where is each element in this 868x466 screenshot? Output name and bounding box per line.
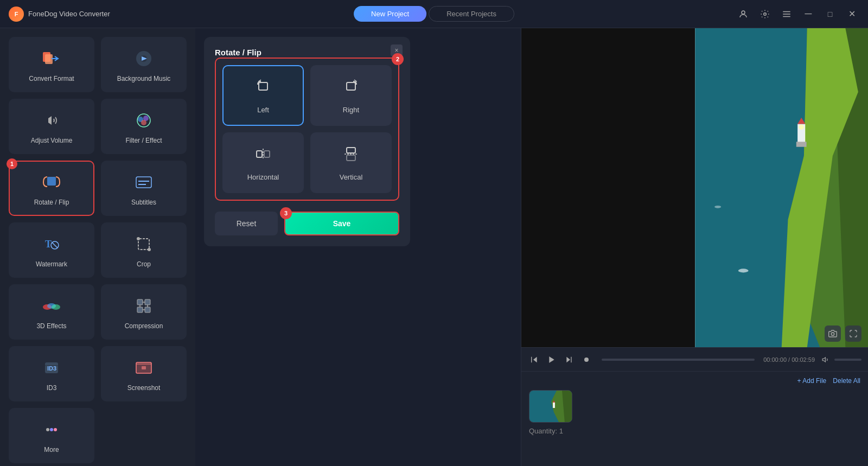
sidebar-item-rotate-flip[interactable]: 1 Rotate / Flip bbox=[9, 161, 94, 216]
rotate-grid-badge: 2 bbox=[392, 53, 404, 65]
filter-effect-label: Filter / Effect bbox=[125, 137, 162, 144]
delete-all-button[interactable]: Delete All bbox=[833, 377, 860, 385]
minimize-button[interactable]: ─ bbox=[801, 7, 816, 22]
rotate-option-horizontal[interactable]: Horizontal bbox=[222, 132, 304, 193]
svg-text:T: T bbox=[45, 239, 52, 250]
svg-rect-42 bbox=[257, 151, 262, 157]
sidebar-item-convert-format[interactable]: Convert Format bbox=[9, 37, 94, 92]
sidebar-item-subtitles[interactable]: Subtitles bbox=[101, 161, 187, 216]
filter-effect-icon bbox=[132, 108, 156, 132]
compression-icon bbox=[132, 294, 156, 318]
background-music-label: Background Music bbox=[117, 75, 171, 82]
add-file-button[interactable]: + Add File bbox=[797, 377, 827, 385]
convert-format-label: Convert Format bbox=[29, 75, 74, 82]
time-display: 00:00:00 / 00:02:59 bbox=[763, 356, 815, 363]
svg-point-1 bbox=[764, 12, 767, 15]
svg-rect-14 bbox=[136, 177, 151, 188]
svg-point-39 bbox=[54, 428, 57, 431]
skip-forward-button[interactable] bbox=[563, 353, 576, 366]
svg-rect-45 bbox=[347, 148, 355, 153]
sidebar-item-id3[interactable]: ID3 ID3 bbox=[9, 346, 94, 401]
svg-point-61 bbox=[584, 358, 589, 362]
convert-format-icon bbox=[40, 47, 63, 71]
horizontal-flip-label: Horizontal bbox=[247, 173, 279, 181]
vertical-flip-label: Vertical bbox=[340, 173, 363, 181]
volume-icon[interactable] bbox=[819, 353, 832, 366]
watermark-icon: T bbox=[40, 232, 63, 256]
screenshot-icon bbox=[132, 356, 156, 380]
svg-point-0 bbox=[742, 11, 745, 14]
file-thumbnail[interactable] bbox=[529, 390, 572, 423]
preview-left bbox=[521, 28, 695, 347]
svg-rect-27 bbox=[145, 299, 150, 305]
3d-effects-icon bbox=[40, 294, 63, 318]
reset-button[interactable]: Reset bbox=[215, 212, 278, 235]
sidebar-item-watermark[interactable]: T Watermark bbox=[9, 222, 94, 278]
modal-buttons: Reset 3 Save bbox=[215, 212, 399, 235]
right-panel: 00:00:00 / 00:02:59 + Add File Delete Al… bbox=[521, 28, 868, 466]
sidebar-item-background-music[interactable]: Background Music bbox=[101, 37, 187, 92]
volume-bar[interactable] bbox=[834, 359, 861, 361]
center-panel: Rotate / Flip × 2 Left bbox=[195, 28, 521, 466]
svg-point-37 bbox=[46, 428, 49, 431]
rotate-option-left[interactable]: Left bbox=[222, 65, 304, 126]
svg-rect-66 bbox=[553, 403, 555, 408]
play-button[interactable] bbox=[545, 353, 558, 366]
camera-icon[interactable] bbox=[825, 325, 841, 342]
progress-bar[interactable] bbox=[602, 359, 755, 361]
sidebar-item-adjust-volume[interactable]: Adjust Volume bbox=[9, 99, 94, 154]
new-project-tab[interactable]: New Project bbox=[354, 6, 426, 22]
svg-rect-40 bbox=[259, 82, 267, 90]
title-bar-right: ─ □ ✕ bbox=[736, 7, 859, 22]
rotate-options-grid: 2 Left bbox=[215, 58, 399, 201]
svg-rect-26 bbox=[137, 299, 143, 305]
profile-icon[interactable] bbox=[736, 7, 751, 22]
menu-icon[interactable] bbox=[779, 7, 794, 22]
sidebar-item-compression[interactable]: Compression bbox=[101, 284, 187, 340]
svg-rect-43 bbox=[264, 151, 270, 157]
adjust-volume-icon bbox=[40, 108, 63, 132]
svg-rect-6 bbox=[45, 54, 53, 64]
svg-rect-28 bbox=[137, 307, 143, 312]
save-badge: 3 bbox=[280, 207, 292, 219]
svg-rect-46 bbox=[347, 155, 355, 161]
sidebar-item-crop[interactable]: Crop bbox=[101, 222, 187, 278]
recent-projects-tab[interactable]: Recent Projects bbox=[429, 6, 514, 22]
rotate-option-right[interactable]: Right bbox=[310, 65, 392, 126]
close-button[interactable]: ✕ bbox=[844, 7, 859, 22]
rotate-flip-modal: Rotate / Flip × 2 Left bbox=[204, 37, 410, 246]
fullscreen-icon[interactable] bbox=[845, 325, 861, 342]
video-preview bbox=[521, 28, 868, 347]
watermark-label: Watermark bbox=[36, 260, 67, 268]
svg-text:ID3: ID3 bbox=[47, 365, 56, 372]
svg-point-57 bbox=[738, 269, 748, 272]
sidebar-item-screenshot[interactable]: Screenshot bbox=[101, 346, 187, 401]
tab-area: New Project Recent Projects bbox=[354, 6, 514, 22]
svg-rect-55 bbox=[796, 142, 806, 146]
save-button[interactable]: 3 Save bbox=[284, 212, 399, 235]
svg-point-21 bbox=[137, 237, 140, 240]
file-area-header: + Add File Delete All bbox=[529, 377, 860, 385]
sidebar-item-more[interactable]: More bbox=[9, 408, 94, 463]
maximize-button[interactable]: □ bbox=[822, 7, 838, 22]
sidebar: Convert Format Background Music bbox=[0, 28, 195, 466]
stop-button[interactable] bbox=[580, 353, 593, 366]
svg-rect-29 bbox=[145, 307, 150, 312]
svg-rect-41 bbox=[347, 82, 355, 90]
preview-inner bbox=[521, 28, 868, 347]
sidebar-item-3d-effects[interactable]: 3D Effects bbox=[9, 284, 94, 340]
svg-marker-60 bbox=[549, 356, 554, 363]
svg-point-59 bbox=[831, 333, 834, 335]
sidebar-item-filter-effect[interactable]: Filter / Effect bbox=[101, 99, 187, 154]
settings-icon[interactable] bbox=[757, 7, 773, 22]
skip-back-button[interactable] bbox=[528, 353, 541, 366]
file-area: + Add File Delete All Qu bbox=[521, 371, 868, 466]
quantity-label: Quantity: 1 bbox=[529, 427, 860, 435]
rotate-option-vertical[interactable]: Vertical bbox=[310, 132, 392, 193]
crop-icon bbox=[132, 232, 156, 256]
svg-rect-36 bbox=[142, 366, 146, 369]
preview-icons bbox=[825, 325, 861, 342]
compression-label: Compression bbox=[125, 322, 163, 330]
rotate-left-label: Left bbox=[257, 106, 269, 114]
svg-rect-20 bbox=[138, 239, 149, 250]
